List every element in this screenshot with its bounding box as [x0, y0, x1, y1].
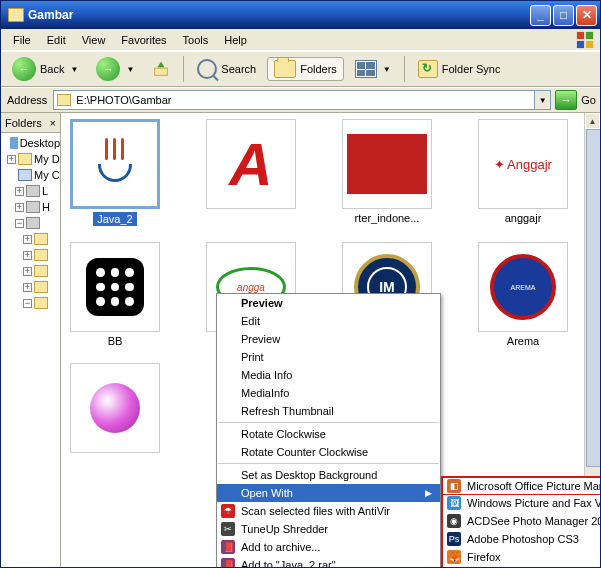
submenu-arrow-icon: ▶: [425, 488, 432, 498]
ctx-preview-default[interactable]: Preview: [217, 294, 440, 312]
context-menu[interactable]: Preview Edit Preview Print Media Info Me…: [216, 293, 441, 567]
menu-edit[interactable]: Edit: [39, 31, 74, 49]
menu-favorites[interactable]: Favorites: [113, 31, 174, 49]
ctx-preview[interactable]: Preview: [217, 330, 440, 348]
menu-file[interactable]: File: [5, 31, 39, 49]
scroll-up-button[interactable]: ▲: [585, 113, 600, 129]
tree-node[interactable]: +H: [1, 199, 60, 215]
minimize-button[interactable]: _: [530, 5, 551, 26]
separator: [404, 56, 405, 82]
address-input[interactable]: [74, 92, 534, 108]
ctx-rotate-cw[interactable]: Rotate Clockwise: [217, 425, 440, 443]
thumbnail-supporter[interactable]: rter_indone...: [339, 119, 435, 226]
arema-logo: AREMA: [490, 254, 556, 320]
back-button[interactable]: ← Back ▼: [5, 54, 85, 84]
thumbnail-label: Arema: [507, 335, 539, 347]
openwith-windows-picture-fax-viewer[interactable]: 🖼Windows Picture and Fax Viewer: [443, 494, 600, 512]
forward-button[interactable]: → ▼: [89, 54, 141, 84]
tree-node[interactable]: −: [1, 295, 60, 311]
close-pane-icon[interactable]: ×: [50, 117, 56, 129]
views-icon: [355, 60, 377, 78]
ctx-edit[interactable]: Edit: [217, 312, 440, 330]
ctx-open-with[interactable]: Open With▶: [217, 484, 440, 502]
crowd-image: [347, 134, 427, 194]
firefox-icon: 🦊: [446, 549, 462, 565]
thumbnail-java-2[interactable]: Java_2: [67, 119, 163, 226]
winrar-icon: 📕: [220, 557, 236, 567]
thumbnail-label: BB: [108, 335, 123, 347]
maximize-button[interactable]: □: [553, 5, 574, 26]
folders-icon: [274, 60, 296, 78]
thumbnail-bb[interactable]: BB: [67, 242, 163, 347]
java-icon: [85, 134, 145, 194]
thumbnail-anggajr[interactable]: ✦Anggajr anggajr: [475, 119, 571, 226]
openwith-photoshop-cs3[interactable]: PsAdobe Photoshop CS3: [443, 530, 600, 548]
chevron-down-icon[interactable]: ▼: [534, 91, 550, 109]
ctx-set-desktop-bg[interactable]: Set as Desktop Background: [217, 466, 440, 484]
thumbnail-red-a[interactable]: A: [203, 119, 299, 226]
go-button[interactable]: →: [555, 90, 577, 110]
search-icon: [197, 59, 217, 79]
acdsee-icon: ◉: [446, 513, 462, 529]
title-bar[interactable]: Gambar _ □ ✕: [1, 1, 600, 29]
ctx-media-info[interactable]: Media Info: [217, 366, 440, 384]
ctx-scan-antivir[interactable]: ☂Scan selected files with AntiVir: [217, 502, 440, 520]
tree-node[interactable]: +: [1, 279, 60, 295]
open-with-submenu[interactable]: ◧Microsoft Office Picture Manager 🖼Windo…: [441, 476, 600, 567]
ctx-add-to-archive[interactable]: 📕Add to archive...: [217, 538, 440, 556]
openwith-firefox[interactable]: 🦊Firefox: [443, 548, 600, 566]
letter-a-icon: A: [229, 130, 272, 199]
search-button[interactable]: Search: [190, 56, 263, 82]
tree-node[interactable]: +: [1, 263, 60, 279]
openwith-ms-office-picture-manager[interactable]: ◧Microsoft Office Picture Manager: [442, 477, 600, 495]
tree-node[interactable]: +: [1, 247, 60, 263]
orb-image: [90, 383, 140, 433]
tree-node[interactable]: +: [1, 231, 60, 247]
thumbnail-label: rter_indone...: [355, 212, 420, 224]
ctx-rotate-ccw[interactable]: Rotate Counter Clockwise: [217, 443, 440, 461]
chevron-down-icon[interactable]: ▼: [383, 65, 391, 74]
back-label: Back: [40, 63, 64, 75]
ctx-tuneup-shredder[interactable]: ✂TuneUp Shredder: [217, 520, 440, 538]
tree-node[interactable]: My C: [1, 167, 60, 183]
ctx-add-to-rar[interactable]: 📕Add to "Java_2.rar": [217, 556, 440, 567]
thumbnail-arema[interactable]: AREMA Arema: [475, 242, 571, 347]
scroll-thumb[interactable]: [586, 129, 600, 467]
ctx-mediainfo2[interactable]: MediaInfo: [217, 384, 440, 402]
address-bar: Address ▼ → Go: [1, 87, 600, 113]
forward-arrow-icon: →: [96, 57, 120, 81]
menu-help[interactable]: Help: [216, 31, 255, 49]
chevron-down-icon[interactable]: ▼: [126, 65, 134, 74]
openwith-aaa-logo[interactable]: ★AAA Logo: Logo Design Software: [443, 566, 600, 567]
wpfv-icon: 🖼: [446, 495, 462, 511]
content-area[interactable]: Java_2 A rter_indone... ✦Anggajr anggajr…: [61, 113, 600, 567]
folders-label: Folders: [300, 63, 337, 75]
antivir-icon: ☂: [220, 503, 236, 519]
close-button[interactable]: ✕: [576, 5, 597, 26]
ctx-refresh-thumbnail[interactable]: Refresh Thumbnail: [217, 402, 440, 420]
folder-tree[interactable]: Desktop +My D My C +L +H − + + + + −: [1, 133, 60, 567]
chevron-down-icon[interactable]: ▼: [70, 65, 78, 74]
views-button[interactable]: ▼: [348, 57, 398, 81]
openwith-acdsee[interactable]: ◉ACDSee Photo Manager 2009: [443, 512, 600, 530]
folders-button[interactable]: Folders: [267, 57, 344, 81]
up-button[interactable]: [145, 57, 177, 81]
thumbnail-orb[interactable]: [67, 363, 163, 453]
menu-view[interactable]: View: [74, 31, 114, 49]
tree-node-desktop[interactable]: Desktop: [1, 135, 60, 151]
address-combo[interactable]: ▼: [53, 90, 551, 110]
back-arrow-icon: ←: [12, 57, 36, 81]
svg-rect-0: [577, 31, 584, 38]
separator: [183, 56, 184, 82]
windows-flag-icon: [574, 31, 596, 49]
menu-tools[interactable]: Tools: [175, 31, 217, 49]
explorer-window: Gambar _ □ ✕ File Edit View Favorites To…: [0, 0, 601, 568]
folder-sync-button[interactable]: Folder Sync: [411, 57, 508, 81]
svg-rect-4: [155, 68, 168, 75]
folders-pane-title: Folders ×: [1, 113, 60, 133]
folders-tree-pane: Folders × Desktop +My D My C +L +H − + +…: [1, 113, 61, 567]
tree-node[interactable]: +L: [1, 183, 60, 199]
tree-node[interactable]: +My D: [1, 151, 60, 167]
ctx-print[interactable]: Print: [217, 348, 440, 366]
tree-node[interactable]: −: [1, 215, 60, 231]
